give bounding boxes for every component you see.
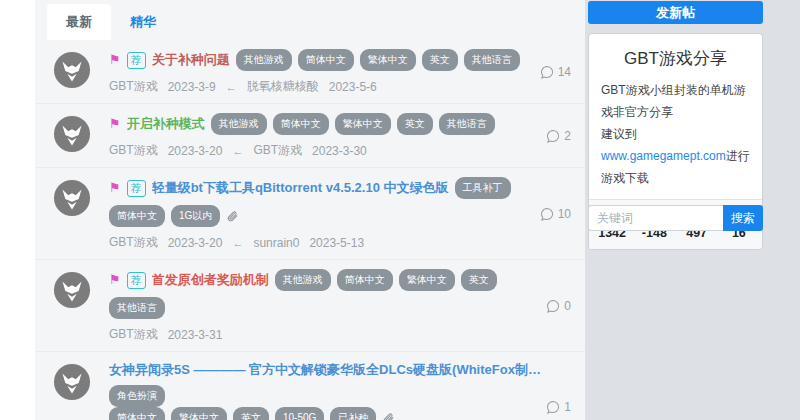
comment-bubble-icon [540, 65, 554, 79]
new-post-button[interactable]: 发新帖 [588, 1, 763, 24]
search-input[interactable] [588, 205, 723, 231]
thread-tag[interactable]: 简体中文 [109, 407, 165, 420]
thread-title-link[interactable]: 开启补种模式 [127, 115, 205, 133]
search-button[interactable]: 搜索 [723, 205, 763, 231]
forum-description: GBT游戏小组封装的单机游戏非官方分享 建议到 www.gamegamept.c… [589, 77, 762, 199]
comment-count[interactable]: 14 [540, 65, 571, 79]
paperclip-icon [226, 210, 239, 223]
avatar[interactable] [53, 179, 91, 217]
thread-row[interactable]: 女神异闻录5S ———— 官方中文解锁豪华版全DLCs硬盘版(WhiteFox制… [35, 352, 585, 420]
thread-title-row: ⚑荐首发原创者奖励机制其他游戏简体中文繁体中文英文其他语言 [109, 269, 545, 319]
thread-tag[interactable]: 简体中文 [298, 49, 354, 71]
thread-tag[interactable]: 角色扮演 [109, 385, 165, 407]
thread-title-row: ⚑开启补种模式其他游戏简体中文繁体中文英文其他语言 [109, 113, 545, 135]
sticky-flag-icon: ⚑ [109, 179, 121, 197]
last-reply-arrow: ← [232, 237, 243, 249]
comment-bubble-icon [546, 299, 560, 313]
forum-thread-panel: 最新 精华 ⚑荐关于补种问题其他游戏简体中文繁体中文英文其他语言GBT游戏202… [35, 0, 585, 420]
thread-tag[interactable]: 繁体中文 [399, 269, 455, 291]
thread-tag[interactable]: 简体中文 [337, 269, 393, 291]
comment-count[interactable]: 2 [546, 129, 571, 143]
thread-meta: GBT游戏2023-3-9←脱氧核糖核酸2023-5-6 [109, 78, 545, 95]
thread-tag[interactable]: 简体中文 [109, 205, 165, 227]
thread-author[interactable]: GBT游戏 [109, 326, 158, 343]
last-reply-user[interactable]: 脱氧核糖核酸 [247, 78, 319, 95]
thread-tag-row: 简体中文繁体中文英文10-50G已补种 [109, 407, 545, 420]
thread-tag[interactable]: 其他语言 [109, 297, 165, 319]
thread-tag[interactable]: 英文 [233, 407, 269, 420]
sticky-flag-icon: ⚑ [109, 271, 121, 289]
search-bar: 搜索 [588, 205, 763, 231]
fox-logo-avatar [53, 115, 91, 153]
thread-content: ⚑开启补种模式其他游戏简体中文繁体中文英文其他语言GBT游戏2023-3-20←… [109, 113, 545, 159]
avatar[interactable] [53, 271, 91, 309]
comment-count[interactable]: 0 [546, 299, 571, 313]
thread-tag[interactable]: 其他语言 [464, 49, 520, 71]
thread-tag[interactable]: 工具补丁 [455, 177, 511, 199]
last-reply-user[interactable]: GBT游戏 [253, 142, 302, 159]
thread-tag[interactable]: 英文 [461, 269, 497, 291]
thread-title-row: 女神异闻录5S ———— 官方中文解锁豪华版全DLCs硬盘版(WhiteFox制… [109, 361, 545, 407]
thread-title-row: ⚑荐轻量级bt下载工具qBittorrent v4.5.2.10 中文绿色版工具… [109, 177, 545, 227]
thread-tag[interactable]: 繁体中文 [360, 49, 416, 71]
thread-title-link[interactable]: 关于补种问题 [152, 51, 230, 69]
thread-date: 2023-3-20 [168, 236, 223, 250]
tab-featured[interactable]: 精华 [111, 4, 175, 40]
thread-title-link[interactable]: 女神异闻录5S ———— 官方中文解锁豪华版全DLCs硬盘版(WhiteFox制… [109, 361, 545, 379]
fox-logo-avatar [53, 363, 91, 401]
thread-content: ⚑荐首发原创者奖励机制其他游戏简体中文繁体中文英文其他语言GBT游戏2023-3… [109, 269, 545, 343]
last-reply-date: 2023-5-6 [329, 80, 377, 94]
thread-tag[interactable]: 繁体中文 [171, 407, 227, 420]
comment-bubble-icon [546, 129, 560, 143]
comment-count[interactable]: 1 [546, 400, 571, 414]
thread-title-row: ⚑荐关于补种问题其他游戏简体中文繁体中文英文其他语言 [109, 49, 545, 71]
thread-author[interactable]: GBT游戏 [109, 234, 158, 251]
comment-count-value: 1 [564, 400, 571, 414]
thread-tag[interactable]: 繁体中文 [335, 113, 391, 135]
thread-date: 2023-3-31 [168, 328, 223, 342]
avatar[interactable] [53, 115, 91, 153]
thread-title-link[interactable]: 轻量级bt下载工具qBittorrent v4.5.2.10 中文绿色版 [152, 179, 449, 197]
comment-count[interactable]: 10 [540, 207, 571, 221]
paperclip-icon [382, 412, 395, 420]
thread-content: 女神异闻录5S ———— 官方中文解锁豪华版全DLCs硬盘版(WhiteFox制… [109, 361, 545, 420]
last-reply-arrow: ← [226, 81, 237, 93]
thread-date: 2023-3-9 [168, 80, 216, 94]
thread-tag[interactable]: 其他游戏 [275, 269, 331, 291]
thread-tag[interactable]: 1G以内 [171, 205, 220, 227]
thread-author[interactable]: GBT游戏 [109, 142, 158, 159]
sticky-flag-icon: ⚑ [109, 51, 121, 69]
thread-tag[interactable]: 简体中文 [273, 113, 329, 135]
thread-author[interactable]: GBT游戏 [109, 78, 158, 95]
thread-list: ⚑荐关于补种问题其他游戏简体中文繁体中文英文其他语言GBT游戏2023-3-9←… [35, 40, 585, 420]
thread-tag[interactable]: 英文 [397, 113, 433, 135]
avatar[interactable] [53, 51, 91, 89]
thread-tag[interactable]: 其他游戏 [211, 113, 267, 135]
thread-row[interactable]: ⚑荐轻量级bt下载工具qBittorrent v4.5.2.10 中文绿色版工具… [35, 168, 585, 260]
thread-tag[interactable]: 其他语言 [439, 113, 495, 135]
thread-meta: GBT游戏2023-3-20←GBT游戏2023-3-30 [109, 142, 545, 159]
tab-latest[interactable]: 最新 [47, 4, 111, 40]
thread-meta: GBT游戏2023-3-31 [109, 326, 545, 343]
fox-logo-avatar [53, 179, 91, 217]
thread-tag[interactable]: 已补种 [330, 407, 376, 420]
thread-tag[interactable]: 10-50G [275, 407, 324, 420]
thread-content: ⚑荐轻量级bt下载工具qBittorrent v4.5.2.10 中文绿色版工具… [109, 177, 545, 251]
thread-row[interactable]: ⚑荐关于补种问题其他游戏简体中文繁体中文英文其他语言GBT游戏2023-3-9←… [35, 40, 585, 104]
thread-tag[interactable]: 其他游戏 [236, 49, 292, 71]
thread-title-link[interactable]: 首发原创者奖励机制 [152, 271, 269, 289]
fox-logo-avatar [53, 51, 91, 89]
tab-bar: 最新 精华 [35, 0, 585, 40]
last-reply-user[interactable]: sunrain0 [253, 236, 299, 250]
comment-count-value: 14 [558, 65, 571, 79]
comment-bubble-icon [540, 207, 554, 221]
thread-date: 2023-3-20 [168, 144, 223, 158]
comment-count-value: 10 [558, 207, 571, 221]
comment-bubble-icon [546, 400, 560, 414]
thread-tag[interactable]: 英文 [422, 49, 458, 71]
forum-download-link[interactable]: www.gamegamept.com [601, 149, 726, 163]
comment-count-value: 0 [564, 299, 571, 313]
avatar[interactable] [53, 363, 91, 401]
thread-row[interactable]: ⚑荐首发原创者奖励机制其他游戏简体中文繁体中文英文其他语言GBT游戏2023-3… [35, 260, 585, 352]
thread-row[interactable]: ⚑开启补种模式其他游戏简体中文繁体中文英文其他语言GBT游戏2023-3-20←… [35, 104, 585, 168]
